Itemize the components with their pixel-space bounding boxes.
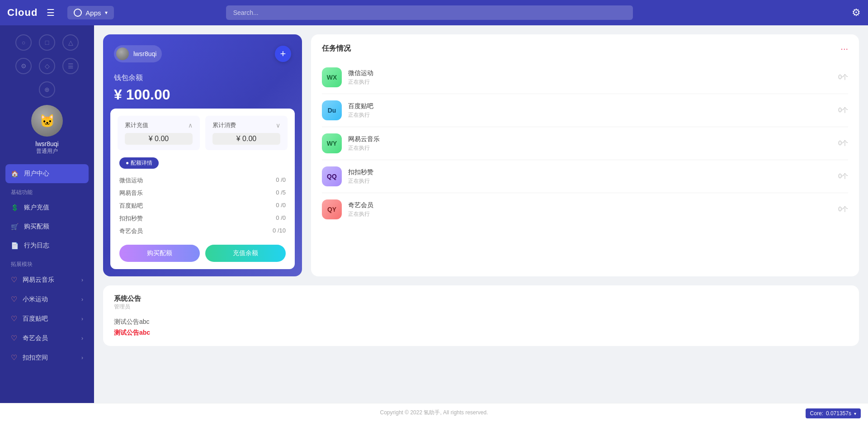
sidebar-item-xiaomi-sport[interactable]: ♡ 小米运动 › xyxy=(0,289,94,309)
announce-content-plain: 测试公告abc xyxy=(114,318,848,326)
task-panel: 任务情况 ··· WX 微信运动 正在执行 0个 Du xyxy=(311,34,859,276)
task-status-wx: 正在执行 xyxy=(348,78,373,86)
sidebar-icon-2: □ xyxy=(39,34,55,51)
chevron-right-icon-4: › xyxy=(81,335,83,341)
cart-icon: 🛒 xyxy=(11,223,19,230)
top-cards: lwsr8uqi + 钱包余额 ¥ 100.00 累计充值 ∧ ¥ 0 xyxy=(103,34,859,276)
sidebar-icon-1: ○ xyxy=(15,34,32,51)
task-item-wy: WY 网易云音乐 正在执行 0个 xyxy=(322,127,848,160)
username: lwsr8uqi xyxy=(35,140,58,147)
expand-icon-1[interactable]: ∧ xyxy=(188,122,193,129)
cumulative-recharge-label: 累计充值 xyxy=(125,121,148,129)
task-item-qy: QY 奇艺会员 正在执行 0个 xyxy=(322,193,848,226)
cumulative-consume-label: 累计消费 xyxy=(212,121,236,129)
version-label: Core: xyxy=(810,410,823,417)
version-chevron-icon: ▾ xyxy=(854,411,856,416)
task-status-qy: 正在执行 xyxy=(348,210,373,218)
globe-icon xyxy=(74,9,82,17)
quota-item-wx: 微信运动 0 /0 xyxy=(119,174,286,187)
wallet-user: lwsr8uqi xyxy=(114,45,162,62)
version-value: 0.071357s xyxy=(826,410,851,417)
task-badge-qq: QQ xyxy=(322,166,342,186)
quota-name-wy: 网易音乐 xyxy=(119,189,143,197)
cumulative-recharge-header: 累计充值 ∧ xyxy=(125,121,193,129)
sidebar-item-koukou-space[interactable]: ♡ 扣扣空间 › xyxy=(0,348,94,367)
announce-panel: 系统公告 管理员 测试公告abc 测试公告abc xyxy=(103,285,859,346)
sidebar-item-buy-quota-label: 购买配额 xyxy=(24,223,49,231)
footer-version[interactable]: Core: 0.071357s ▾ xyxy=(806,408,861,418)
task-count-qq: 0个 xyxy=(838,172,848,180)
quota-item-kk: 扣扣秒赞 0 /0 xyxy=(119,212,286,225)
task-badge-du: Du xyxy=(322,100,342,120)
task-count-du: 0个 xyxy=(838,106,848,114)
quota-section: ● 配额详情 微信运动 0 /0 网易音乐 0 /5 百度贴吧 0 /0 xyxy=(118,157,288,262)
chevron-right-icon-3: › xyxy=(81,316,83,322)
task-name-wy: 网易云音乐 xyxy=(348,135,380,143)
quota-value-wx: 0 /0 xyxy=(276,176,286,185)
heart-icon-4: ♡ xyxy=(11,334,17,342)
menu-icon[interactable]: ☰ xyxy=(47,7,55,18)
home-icon: 🏠 xyxy=(11,170,19,177)
sidebar-item-baidu-tieba[interactable]: ♡ 百度贴吧 › xyxy=(0,309,94,328)
sidebar-item-netease-music-label: 网易云音乐 xyxy=(23,276,54,284)
cumulative-consume-header: 累计消费 ∨ xyxy=(212,121,280,129)
sidebar-item-iqiyi-member[interactable]: ♡ 奇艺会员 › xyxy=(0,328,94,348)
chevron-right-icon-1: › xyxy=(81,277,83,283)
sidebar-item-netease-music[interactable]: ♡ 网易云音乐 › xyxy=(0,270,94,289)
task-count-wx: 0个 xyxy=(838,73,848,81)
quota-value-kk: 0 /0 xyxy=(276,214,286,223)
apps-label: Apps xyxy=(85,9,101,17)
sidebar-item-behavior-log[interactable]: 📄 行为日志 xyxy=(0,236,94,255)
quota-name-bd: 百度贴吧 xyxy=(119,202,143,210)
quota-name-kk: 扣扣秒赞 xyxy=(119,214,143,223)
wallet-balance: ¥ 100.00 xyxy=(114,86,291,103)
sidebar-item-user-center-label: 用户中心 xyxy=(24,170,49,178)
sidebar: ○ □ △ ⚙ ◇ ☰ ⊕ 🐱 lwsr8uqi 普通用户 🏠 用户中心 基础功… xyxy=(0,25,94,403)
doc-icon: 📄 xyxy=(11,242,19,249)
basic-section-label: 基础功能 xyxy=(0,183,94,198)
sidebar-icon-6: ☰ xyxy=(62,58,79,74)
expand-icon-2[interactable]: ∨ xyxy=(276,122,280,129)
cumulative-recharge-value: ¥ 0.00 xyxy=(125,133,193,145)
search-input[interactable] xyxy=(226,5,633,20)
wallet-sub-tabs: 累计充值 ∧ ¥ 0.00 累计消费 ∨ ¥ 0.00 xyxy=(118,116,288,150)
wallet-header: lwsr8uqi + xyxy=(114,45,291,62)
task-name-qy: 奇艺会员 xyxy=(348,201,373,209)
task-item-wx: WX 微信运动 正在执行 0个 xyxy=(322,61,848,94)
sidebar-nav: 🏠 用户中心 基础功能 💲 账户充值 🛒 购买配额 📄 行为日志 拓展模块 ♡ xyxy=(0,164,94,367)
sidebar-icon-5: ◇ xyxy=(39,58,55,74)
dollar-icon: 💲 xyxy=(11,204,19,211)
task-badge-qy: QY xyxy=(322,199,342,219)
task-more-icon[interactable]: ··· xyxy=(840,43,848,54)
brand-logo: Cloud xyxy=(7,7,38,19)
wallet-add-button[interactable]: + xyxy=(275,46,291,62)
sidebar-item-xiaomi-sport-label: 小米运动 xyxy=(23,295,48,303)
sidebar-item-account-recharge[interactable]: 💲 账户充值 xyxy=(0,198,94,217)
sidebar-item-account-recharge-label: 账户充值 xyxy=(24,204,49,212)
user-profile: 🐱 lwsr8uqi 普通用户 xyxy=(31,105,63,155)
quota-item-bd: 百度贴吧 0 /0 xyxy=(119,199,286,212)
apps-dropdown[interactable]: Apps ▾ xyxy=(67,6,113,19)
cumulative-recharge-tab: 累计充值 ∧ ¥ 0.00 xyxy=(118,116,200,150)
sidebar-item-koukou-space-label: 扣扣空间 xyxy=(23,354,48,362)
quota-name-qy: 奇艺会员 xyxy=(119,227,143,235)
footer-copyright: Copyright © 2022 氢助手, All rights reserve… xyxy=(380,409,488,416)
task-count-wy: 0个 xyxy=(838,139,848,147)
quota-value-qy: 0 /10 xyxy=(273,227,286,235)
buy-quota-button[interactable]: 购买配额 xyxy=(119,245,200,262)
settings-icon[interactable]: ⚙ xyxy=(852,7,861,19)
task-name-wx: 微信运动 xyxy=(348,69,373,77)
recharge-balance-button[interactable]: 充值余额 xyxy=(205,245,286,262)
sidebar-item-buy-quota[interactable]: 🛒 购买配额 xyxy=(0,217,94,236)
task-status-wy: 正在执行 xyxy=(348,144,380,152)
task-count-qy: 0个 xyxy=(838,205,848,213)
extend-section-label: 拓展模块 xyxy=(0,255,94,270)
announce-title: 系统公告 xyxy=(114,294,848,303)
sidebar-item-iqiyi-member-label: 奇艺会员 xyxy=(23,334,48,342)
chevron-right-icon-2: › xyxy=(81,296,83,303)
sidebar-item-user-center[interactable]: 🏠 用户中心 xyxy=(5,164,89,183)
task-status-qq: 正在执行 xyxy=(348,177,373,185)
quota-actions: 购买配额 充值余额 xyxy=(119,245,286,262)
wallet-sub-panels: 累计充值 ∧ ¥ 0.00 累计消费 ∨ ¥ 0.00 xyxy=(110,109,295,269)
bottom-cards: 系统公告 管理员 测试公告abc 测试公告abc xyxy=(103,285,859,346)
